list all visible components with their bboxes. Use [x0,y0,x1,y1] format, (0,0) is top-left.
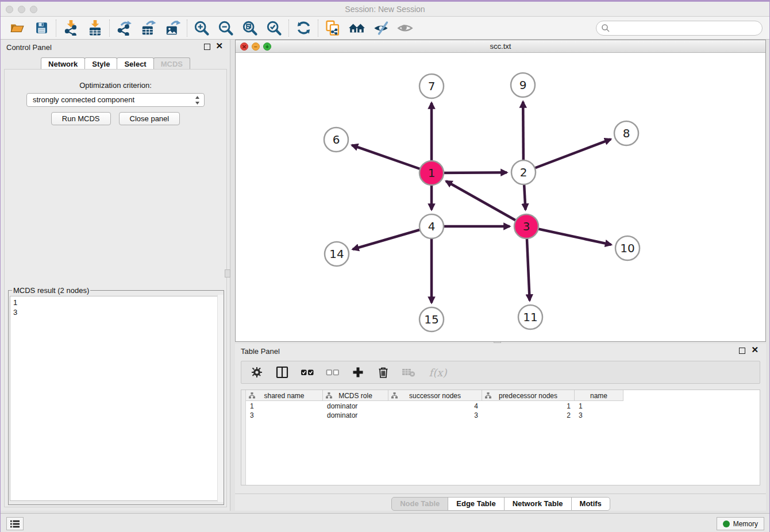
import-network-button[interactable] [59,18,83,38]
column-header-name[interactable]: name [575,390,623,401]
table-panel-float-button[interactable] [739,348,745,354]
svg-text:8: 8 [623,126,630,140]
node-6[interactable]: 6 [324,128,348,152]
network-window-titlebar: ✕ − + scc.txt [236,40,765,53]
node-3[interactable]: 3 [514,214,538,238]
edge-3-1[interactable] [446,181,526,226]
table-row[interactable]: 1dominator411 [246,402,623,411]
delete-table-button[interactable] [401,365,416,380]
node-9[interactable]: 9 [511,73,535,97]
cell-successor-nodes[interactable]: 3 [388,411,482,420]
table-panel-close-button[interactable]: ✕ [751,345,759,355]
control-panel-float-button[interactable] [204,44,210,50]
add-column-button[interactable] [351,365,365,380]
home-views-button[interactable] [345,18,369,38]
node-11[interactable]: 11 [518,305,542,329]
import-table-button[interactable] [83,18,107,38]
memory-status-icon [723,521,730,527]
zoom-selected-button[interactable] [262,18,286,38]
refresh-layout-button[interactable] [291,18,315,38]
save-floppy-icon [34,21,49,35]
column-header-mcds-role[interactable]: MCDS role [323,390,388,401]
status-bar: Memory [1,513,769,532]
deselect-all-rows-button[interactable] [325,365,340,380]
export-image-icon [165,20,180,36]
cell-name[interactable]: 3 [575,411,623,420]
save-session-button[interactable] [29,18,53,38]
node-10[interactable]: 10 [615,236,640,260]
show-all-button[interactable] [393,18,417,38]
eye-slash-icon [373,20,389,36]
column-header-shared-name[interactable]: shared name [246,390,323,401]
tab-edge-table[interactable]: Edge Table [448,497,504,511]
column-header-successor-nodes[interactable]: successor nodes [388,390,482,401]
divider-grip-vertical[interactable] [225,269,230,277]
main-toolbar [1,17,769,40]
status-menu-button[interactable] [6,517,24,530]
edge-2-8[interactable] [523,139,611,172]
svg-text:2: 2 [520,165,528,179]
close-panel-button[interactable]: Close panel [119,112,180,125]
zoom-out-button[interactable] [214,18,238,38]
cell-predecessor-nodes[interactable]: 2 [482,411,575,420]
node-4[interactable]: 4 [419,214,444,238]
hide-selected-button[interactable] [369,18,393,38]
cell-successor-nodes[interactable]: 4 [388,402,482,411]
cell-mcds-role[interactable]: dominator [323,402,388,411]
node-1[interactable]: 1 [419,161,444,185]
table-tabs: Node TableEdge TableNetwork TableMotifs [235,497,766,511]
network-canvas[interactable]: 1234678910111415 [236,53,765,341]
unchecked-boxes-icon [326,366,340,379]
eye-icon [397,20,413,36]
delete-column-button[interactable] [376,365,391,380]
table-header-row: shared nameMCDS rolesuccessor nodesprede… [246,390,623,401]
control-panel-close-button[interactable]: ✕ [215,41,223,51]
export-image-button[interactable] [160,18,184,38]
open-folder-icon [10,21,25,36]
edge-3-10[interactable] [526,226,611,245]
node-15[interactable]: 15 [419,307,444,331]
memory-label: Memory [733,520,758,528]
duplicate-network-button[interactable] [321,18,345,38]
cell-shared-name[interactable]: 1 [246,402,323,411]
node-14[interactable]: 14 [325,242,349,266]
result-scrollbar[interactable] [217,295,224,502]
memory-button[interactable]: Memory [717,517,764,530]
zoom-fit-icon [242,20,258,36]
column-header-label: MCDS role [338,392,372,400]
tab-node-table[interactable]: Node Table [391,497,448,511]
mcds-result-list[interactable]: 1 3 [10,296,222,501]
import-network-icon [63,20,79,36]
split-panel-button[interactable] [275,365,290,380]
table-settings-button[interactable] [249,365,264,380]
duplicate-network-icon [325,20,341,36]
tab-motifs[interactable]: Motifs [571,497,610,511]
search-input[interactable] [596,21,763,36]
select-all-rows-button[interactable] [300,365,315,380]
cell-shared-name[interactable]: 3 [246,411,323,420]
table-panel: Table Panel ✕ [235,344,766,511]
node-7[interactable]: 7 [419,74,444,98]
export-network-button[interactable] [112,18,136,38]
cell-name[interactable]: 1 [575,402,623,411]
mcds-result-fieldset: MCDS result (2 nodes) 1 3 [8,286,224,505]
zoom-out-icon [218,20,234,36]
tab-network-table[interactable]: Network Table [504,497,572,511]
criterion-select[interactable]: strongly connected component [26,93,205,107]
function-builder-button[interactable]: f(x) [426,365,449,380]
window-title: Session: New Session [1,5,769,14]
node-8[interactable]: 8 [614,121,638,145]
open-session-button[interactable] [5,18,29,38]
svg-text:7: 7 [428,79,436,93]
cell-mcds-role[interactable]: dominator [323,411,388,420]
export-table-button[interactable] [136,18,160,38]
table-row[interactable]: 3dominator323 [246,411,623,420]
zoom-in-button[interactable] [190,18,214,38]
checked-boxes-icon [301,366,314,379]
optimization-criterion-label: Optimization criterion: [5,81,226,90]
cell-predecessor-nodes[interactable]: 1 [482,402,575,411]
node-2[interactable]: 2 [511,160,536,184]
column-header-predecessor-nodes[interactable]: predecessor nodes [482,390,575,401]
zoom-fit-button[interactable] [238,18,262,38]
run-mcds-button[interactable]: Run MCDS [51,112,111,125]
